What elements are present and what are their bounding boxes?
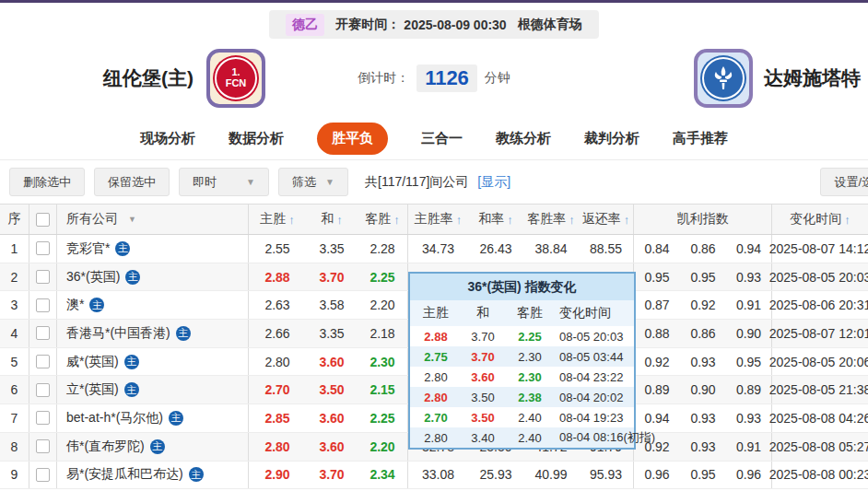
home-odds[interactable]: 2.80: [249, 348, 306, 376]
row-index: 2: [0, 263, 29, 291]
row-checkbox[interactable]: [36, 439, 50, 453]
delete-selected-button[interactable]: 删除选中: [9, 168, 85, 196]
company-cell[interactable]: 易*(安提瓜和巴布达)主: [57, 462, 249, 489]
select-all-checkbox[interactable]: [36, 213, 50, 227]
away-team-name: 达姆施塔特: [764, 65, 861, 91]
return-rate: 88.55: [579, 235, 634, 263]
popup-away-odds: 2.30: [504, 350, 556, 364]
tab-5[interactable]: 教练分析: [496, 130, 551, 147]
draw-odds[interactable]: 3.60: [306, 433, 358, 461]
away-odds[interactable]: 2.34: [358, 462, 408, 489]
row-checkbox[interactable]: [36, 326, 50, 340]
chevron-down-icon: ▼: [128, 215, 136, 224]
draw-odds[interactable]: 3.60: [306, 404, 358, 432]
row-checkbox[interactable]: [36, 411, 50, 425]
popup-header-2: 和: [462, 305, 504, 321]
kelly-value: 0.89: [634, 376, 680, 403]
kelly-value: 0.91: [726, 433, 772, 461]
popup-home-odds: 2.80: [410, 370, 462, 384]
draw-odds[interactable]: 3.50: [306, 376, 358, 403]
row-checkbox[interactable]: [36, 468, 50, 482]
header-change-time[interactable]: 变化时间↑: [772, 205, 868, 234]
tab-4[interactable]: 三合一: [421, 130, 463, 147]
home-odds[interactable]: 2.88: [249, 263, 306, 291]
change-time: 2025-08-08 05:27: [772, 433, 868, 461]
row-checkbox[interactable]: [36, 355, 50, 368]
row-checkbox[interactable]: [36, 298, 50, 312]
settings-button[interactable]: 设置/选择: [820, 168, 868, 196]
row-checkbox[interactable]: [36, 270, 50, 284]
away-odds[interactable]: 2.18: [358, 320, 408, 347]
away-odds[interactable]: 2.30: [358, 348, 408, 376]
company-cell[interactable]: 香港马*(中国香港)主: [57, 320, 249, 347]
home-odds[interactable]: 2.90: [249, 462, 306, 489]
company-cell[interactable]: 威*(英国)主: [57, 348, 249, 376]
row-checkbox[interactable]: [36, 383, 50, 397]
away-odds[interactable]: 2.20: [358, 433, 408, 461]
away-odds[interactable]: 2.15: [358, 376, 408, 403]
company-cell[interactable]: 36*(英国)主: [57, 263, 249, 291]
filter-dropdown[interactable]: 筛选 ▼: [278, 168, 348, 196]
header-home-odds[interactable]: 主胜↑: [249, 205, 306, 234]
row-checkbox-cell: [29, 404, 57, 432]
tab-2[interactable]: 数据分析: [229, 130, 284, 147]
instant-dropdown[interactable]: 即时 ▼: [179, 168, 269, 196]
keep-selected-button[interactable]: 保留选中: [94, 168, 170, 196]
header-away-rate[interactable]: 客胜率↑: [523, 205, 579, 234]
draw-odds[interactable]: 3.58: [306, 291, 358, 319]
home-badge-icon: 主: [124, 355, 139, 369]
tab-1[interactable]: 现场分析: [140, 130, 195, 147]
chevron-down-icon: ▼: [246, 177, 255, 187]
draw-odds[interactable]: 3.70: [306, 263, 358, 291]
header-company[interactable]: 所有公司 ▼: [57, 205, 249, 234]
header-home-rate[interactable]: 主胜率↑: [408, 205, 468, 234]
header-draw-rate[interactable]: 和率↑: [468, 205, 523, 234]
home-odds[interactable]: 2.80: [249, 433, 306, 461]
company-name: 澳*: [66, 297, 84, 313]
countdown-label: 倒计时：: [358, 70, 409, 87]
home-odds[interactable]: 2.85: [249, 404, 306, 432]
company-cell[interactable]: 伟*(直布罗陀)主: [57, 433, 249, 461]
popup-away-odds: 2.30: [504, 370, 556, 384]
toolbar: 删除选中 保留选中 即时 ▼ 筛选 ▼ 共[117/117]间公司 [显示] 设…: [0, 160, 868, 204]
company-cell[interactable]: 竞彩官*主: [57, 235, 249, 263]
show-link[interactable]: [显示]: [477, 174, 510, 191]
away-odds[interactable]: 2.25: [358, 263, 408, 291]
tab-6[interactable]: 裁判分析: [584, 130, 639, 147]
popup-header-3: 客胜: [504, 305, 556, 321]
away-rate: 40.99: [523, 462, 579, 489]
home-badge-icon: 主: [189, 467, 204, 482]
away-odds[interactable]: 2.28: [358, 235, 408, 263]
company-cell[interactable]: 澳*主: [57, 291, 249, 319]
company-name: 威*(英国): [66, 354, 119, 370]
company-cell[interactable]: bet-at-h*(马尔他)主: [57, 404, 249, 432]
popup-draw-odds: 3.50: [462, 391, 504, 404]
home-odds[interactable]: 2.66: [249, 320, 306, 347]
sort-up-icon: ↑: [844, 213, 850, 227]
popup-header-1: 主胜: [410, 305, 462, 321]
chevron-down-icon: ▼: [325, 177, 334, 187]
header-draw-odds[interactable]: 和↑: [306, 205, 358, 234]
popup-row: 2.803.602.3008-04 23:22: [410, 367, 634, 387]
header-away-odds[interactable]: 客胜↑: [358, 205, 408, 234]
draw-odds[interactable]: 3.35: [306, 320, 358, 347]
away-odds[interactable]: 2.20: [358, 291, 408, 319]
home-odds[interactable]: 2.55: [249, 235, 306, 263]
popup-draw-odds: 3.60: [462, 370, 504, 384]
draw-odds[interactable]: 3.60: [306, 348, 358, 376]
home-odds[interactable]: 2.63: [249, 291, 306, 319]
company-name: 立*(英国): [66, 381, 119, 398]
company-cell[interactable]: 立*(英国)主: [57, 376, 249, 403]
draw-odds[interactable]: 3.70: [306, 462, 358, 489]
home-odds[interactable]: 2.70: [249, 376, 306, 403]
row-checkbox[interactable]: [36, 241, 50, 255]
away-odds[interactable]: 2.25: [358, 404, 408, 432]
draw-odds[interactable]: 3.35: [306, 235, 358, 263]
home-badge-icon: 主: [176, 326, 191, 341]
row-checkbox-cell: [29, 462, 57, 489]
header-return-rate[interactable]: 返还率↑: [579, 205, 634, 234]
tab-7[interactable]: 高手推荐: [673, 130, 728, 147]
tab-3[interactable]: 胜平负: [317, 123, 388, 155]
popup-draw-odds: 3.70: [462, 330, 504, 344]
change-time: 2025-08-05 21:38: [772, 376, 868, 403]
